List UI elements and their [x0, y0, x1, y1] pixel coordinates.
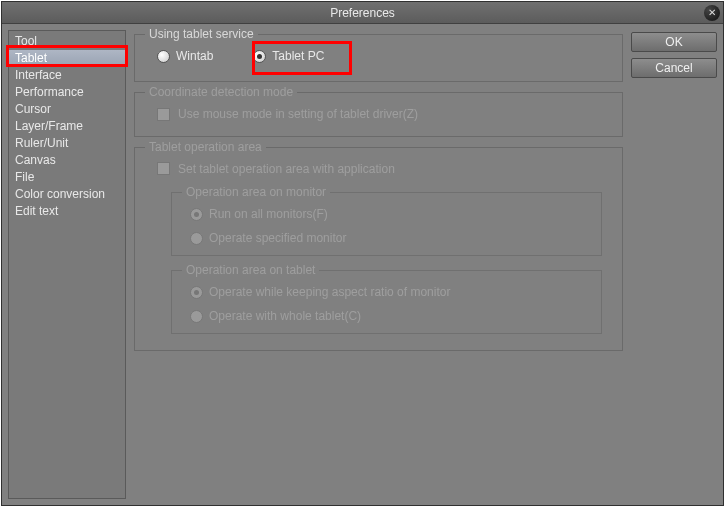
- radio-icon: [190, 286, 203, 299]
- dialog-buttons: OK Cancel: [631, 30, 717, 499]
- radio-keep-aspect-label: Operate while keeping aspect ratio of mo…: [209, 285, 450, 299]
- sidebar-item-layer-frame[interactable]: Layer/Frame: [9, 118, 125, 135]
- sidebar-item-ruler-unit[interactable]: Ruler/Unit: [9, 135, 125, 152]
- radio-all-monitors: Run on all monitors(F): [190, 207, 589, 221]
- sidebar-item-interface[interactable]: Interface: [9, 67, 125, 84]
- radio-whole-tablet-label: Operate with whole tablet(C): [209, 309, 361, 323]
- radio-whole-tablet: Operate with whole tablet(C): [190, 309, 589, 323]
- group-area-tablet: Operation area on tablet Operate while k…: [171, 270, 602, 334]
- sidebar-item-performance[interactable]: Performance: [9, 84, 125, 101]
- legend-tablet-service: Using tablet service: [145, 27, 258, 41]
- radio-icon: [253, 50, 266, 63]
- legend-area-monitor: Operation area on monitor: [182, 185, 330, 199]
- radio-all-monitors-label: Run on all monitors(F): [209, 207, 328, 221]
- radio-specified-monitor-label: Operate specified monitor: [209, 231, 346, 245]
- radio-wintab[interactable]: Wintab: [157, 49, 213, 63]
- group-coordinate-mode: Coordinate detection mode Use mouse mode…: [134, 92, 623, 137]
- radio-tabletpc-label: Tablet PC: [272, 49, 324, 63]
- group-tablet-service: Using tablet service Wintab Tablet PC: [134, 34, 623, 82]
- legend-coordinate-mode: Coordinate detection mode: [145, 85, 297, 99]
- radio-specified-monitor: Operate specified monitor: [190, 231, 589, 245]
- checkbox-icon: [157, 108, 170, 121]
- legend-operation-area: Tablet operation area: [145, 140, 266, 154]
- sidebar-item-file[interactable]: File: [9, 169, 125, 186]
- radio-icon: [190, 310, 203, 323]
- cancel-button[interactable]: Cancel: [631, 58, 717, 78]
- content-area: Using tablet service Wintab Tablet PC Co…: [134, 30, 623, 499]
- ok-button[interactable]: OK: [631, 32, 717, 52]
- sidebar-item-cursor[interactable]: Cursor: [9, 101, 125, 118]
- checkbox-icon: [157, 162, 170, 175]
- legend-area-tablet: Operation area on tablet: [182, 263, 319, 277]
- sidebar-item-canvas[interactable]: Canvas: [9, 152, 125, 169]
- radio-tabletpc[interactable]: Tablet PC: [253, 49, 324, 63]
- sidebar-item-color-conversion[interactable]: Color conversion: [9, 186, 125, 203]
- radio-icon: [190, 232, 203, 245]
- checkbox-set-operation-area: Set tablet operation area with applicati…: [147, 162, 395, 176]
- preferences-window: Preferences ✕ Tool Tablet Interface Perf…: [1, 1, 724, 506]
- window-title: Preferences: [330, 6, 395, 20]
- group-area-monitor: Operation area on monitor Run on all mon…: [171, 192, 602, 256]
- checkbox-mouse-mode-label: Use mouse mode in setting of tablet driv…: [178, 107, 418, 121]
- titlebar: Preferences ✕: [2, 2, 723, 24]
- sidebar-item-edit-text[interactable]: Edit text: [9, 203, 125, 220]
- sidebar-item-tablet[interactable]: Tablet: [9, 50, 125, 67]
- sidebar-item-tool[interactable]: Tool: [9, 33, 125, 50]
- radio-keep-aspect: Operate while keeping aspect ratio of mo…: [190, 285, 589, 299]
- close-icon[interactable]: ✕: [704, 5, 720, 21]
- checkbox-set-operation-area-label: Set tablet operation area with applicati…: [178, 162, 395, 176]
- radio-wintab-label: Wintab: [176, 49, 213, 63]
- checkbox-mouse-mode: Use mouse mode in setting of tablet driv…: [147, 107, 418, 121]
- category-sidebar: Tool Tablet Interface Performance Cursor…: [8, 30, 126, 499]
- group-operation-area: Tablet operation area Set tablet operati…: [134, 147, 623, 352]
- radio-icon: [157, 50, 170, 63]
- radio-icon: [190, 208, 203, 221]
